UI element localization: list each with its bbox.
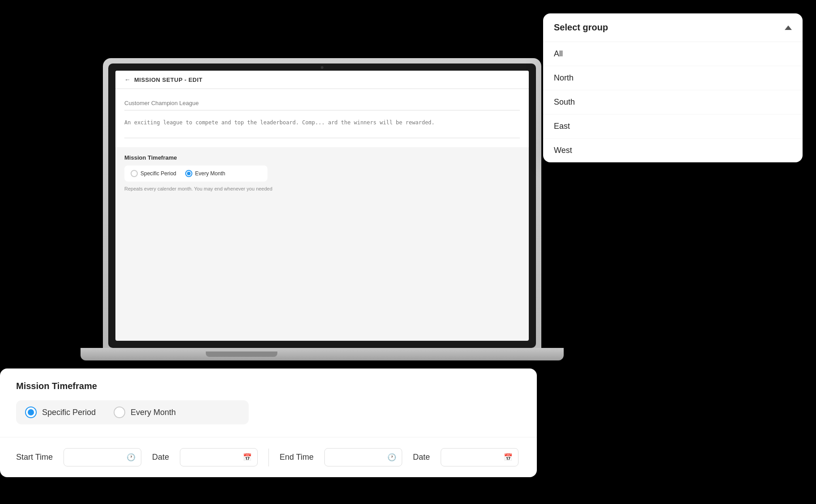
end-time-label: End Time [280, 453, 314, 462]
app-title: MISSION SETUP - EDIT [134, 76, 203, 83]
radio-group-large: Specific Period Every Month [16, 400, 249, 424]
radio-specific-period-large[interactable]: Specific Period [25, 407, 96, 418]
laptop-screen: ← MISSION SETUP - EDIT Mission Timeframe… [115, 71, 529, 341]
start-date-label: Date [152, 453, 169, 462]
laptop-base-notch [206, 352, 277, 357]
dropdown-item-all[interactable]: All [543, 42, 803, 66]
start-time-field[interactable] [69, 453, 123, 461]
calendar-icon-end: 📅 [504, 453, 513, 462]
specific-period-label-small: Specific Period [140, 170, 176, 177]
end-date-field[interactable] [446, 453, 500, 461]
back-icon[interactable]: ← [124, 76, 131, 83]
end-date-label: Date [413, 453, 430, 462]
mission-timeframe-section: Mission Timeframe Specific Period Every … [115, 147, 529, 199]
app-content: ← MISSION SETUP - EDIT Mission Timeframe… [115, 71, 529, 341]
dropdown-item-east[interactable]: East [543, 114, 803, 139]
clock-icon-start: 🕐 [127, 453, 136, 462]
clock-icon-end: 🕐 [387, 453, 396, 462]
radio-empty-large [114, 407, 125, 418]
form-area [115, 89, 529, 147]
dropdown-item-south[interactable]: South [543, 90, 803, 114]
section-label: Mission Timeframe [124, 154, 520, 161]
calendar-icon-start: 📅 [243, 453, 252, 462]
radio-empty-small [131, 170, 138, 177]
end-date-input[interactable]: 📅 [441, 448, 518, 466]
screen-bezel: ← MISSION SETUP - EDIT Mission Timeframe… [108, 64, 536, 348]
start-date-field[interactable] [186, 453, 239, 461]
laptop-base [81, 348, 564, 360]
dropdown-arrow-icon[interactable] [785, 25, 792, 30]
every-month-label-small: Every Month [195, 170, 225, 177]
radio-specific-period-small[interactable]: Specific Period [131, 170, 176, 177]
radio-filled-small [185, 170, 192, 177]
laptop-frame: ← MISSION SETUP - EDIT Mission Timeframe… [103, 58, 541, 353]
start-time-label: Start Time [16, 453, 53, 462]
start-time-input[interactable]: 🕐 [64, 448, 141, 466]
section-divider [268, 449, 269, 466]
dropdown-title: Select group [554, 22, 608, 33]
dropdown-item-north[interactable]: North [543, 66, 803, 90]
dropdown-header: Select group [543, 13, 803, 42]
bottom-panel-title: Mission Timeframe [16, 381, 521, 391]
dropdown-overlay: Select group All North South East West [543, 13, 803, 162]
every-month-label-large: Every Month [131, 408, 176, 417]
radio-every-month-small[interactable]: Every Month [185, 170, 225, 177]
end-time-field[interactable] [330, 453, 384, 461]
radio-every-month-large[interactable]: Every Month [114, 407, 176, 418]
bottom-panel: Mission Timeframe Specific Period Every … [0, 368, 537, 477]
bottom-panel-timeframe: Mission Timeframe Specific Period Every … [0, 368, 537, 437]
radio-filled-large [25, 407, 37, 418]
datetime-section: Start Time 🕐 Date 📅 End Time 🕐 Date 📅 [0, 437, 537, 477]
start-date-input[interactable]: 📅 [180, 448, 258, 466]
specific-period-label-large: Specific Period [42, 408, 96, 417]
mission-description-input[interactable] [124, 116, 520, 138]
radio-group-small: Specific Period Every Month [124, 165, 268, 182]
repeats-text: Repeats every calender month. You may en… [124, 186, 520, 191]
end-time-input[interactable]: 🕐 [324, 448, 402, 466]
camera [321, 66, 323, 69]
dropdown-item-west[interactable]: West [543, 139, 803, 162]
app-header: ← MISSION SETUP - EDIT [115, 71, 529, 89]
mission-name-input[interactable] [124, 96, 520, 110]
